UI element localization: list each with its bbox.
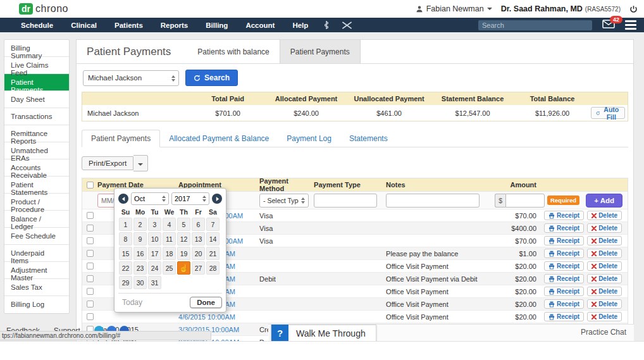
calendar-day-28[interactable]: 28 — [206, 261, 220, 275]
appointment-link[interactable]: 4/6/2015 10:00AM — [178, 313, 235, 321]
sidebar-item-day-sheet[interactable]: Day Sheet — [4, 91, 69, 108]
tab-patients-with-balance[interactable]: Patients with balance — [187, 40, 279, 63]
calendar-day-31[interactable]: 31 — [148, 276, 161, 289]
calendar-day-18[interactable]: 18 — [163, 247, 176, 260]
calendar-day-30[interactable]: 30 — [133, 276, 147, 289]
receipt-button[interactable]: Receipt — [544, 236, 584, 245]
subtab-statements[interactable]: Statements — [340, 130, 397, 147]
calendar-day-25[interactable]: 25 — [163, 261, 176, 275]
delete-button[interactable]: Delete — [587, 299, 622, 309]
next-month-button[interactable] — [212, 194, 222, 204]
calendar-day-10[interactable]: 10 — [148, 232, 161, 245]
walk-me-through-button[interactable]: ? Walk Me Through — [271, 325, 376, 342]
menu-icon[interactable] — [625, 20, 636, 30]
calendar-day-5[interactable]: 5 — [177, 218, 190, 231]
row-checkbox[interactable] — [87, 237, 94, 244]
row-checkbox[interactable] — [87, 288, 94, 295]
drchrono-logo[interactable]: dr chrono — [19, 3, 68, 15]
receipt-button[interactable]: Receipt — [544, 249, 584, 258]
patient-combobox[interactable] — [83, 70, 179, 86]
prev-month-button[interactable] — [118, 194, 128, 204]
row-checkbox[interactable] — [87, 225, 94, 232]
row-checkbox[interactable] — [87, 313, 94, 320]
calendar-day-1[interactable]: 1 — [119, 218, 132, 231]
sidebar-item-billing-log[interactable]: Billing Log — [4, 296, 69, 313]
calendar-day-27[interactable]: 27 — [192, 261, 205, 275]
sidebar-item-patient-payments[interactable]: Patient Payments — [4, 74, 69, 91]
year-select[interactable]: 2017 — [171, 192, 209, 205]
calendar-day-29[interactable]: 29 — [119, 276, 132, 289]
crossed-scalpels-icon[interactable] — [342, 21, 352, 30]
calendar-day-26-selected[interactable]: ☝ — [177, 261, 190, 275]
calendar-day-22[interactable]: 22 — [119, 261, 132, 275]
search-input[interactable] — [478, 20, 592, 30]
nav-clinical[interactable]: Clinical — [63, 22, 105, 29]
row-checkbox[interactable] — [87, 250, 94, 257]
sidebar-item-balance-ledger[interactable]: Balance / Ledger — [4, 211, 69, 228]
calendar-day-21[interactable]: 21 — [206, 247, 220, 260]
sidebar-item-live-claims-feed[interactable]: Live Claims Feed — [4, 57, 69, 74]
calendar-day-4[interactable]: 4 — [163, 218, 176, 231]
sidebar-item-transactions[interactable]: Transactions — [4, 108, 69, 125]
subtab-payment-log[interactable]: Payment Log — [278, 130, 340, 147]
done-button[interactable]: Done — [190, 297, 222, 308]
add-payment-button[interactable]: + Add — [586, 194, 622, 208]
print-export-button[interactable]: Print/Export — [82, 156, 133, 170]
subtab-patient-payments[interactable]: Patient Payments — [82, 130, 160, 147]
calendar-day-6[interactable]: 6 — [192, 218, 205, 231]
calendar-day-12[interactable]: 12 — [177, 232, 190, 245]
delete-button[interactable]: Delete — [587, 274, 622, 283]
calendar-day-3[interactable]: 3 — [148, 218, 161, 231]
delete-button[interactable]: Delete — [587, 236, 622, 245]
nav-patients[interactable]: Patients — [106, 22, 151, 29]
calendar-day-23[interactable]: 23 — [133, 261, 147, 275]
calendar-day-24[interactable]: 24 — [148, 261, 161, 275]
row-checkbox[interactable] — [87, 275, 94, 282]
calendar-day-13[interactable]: 13 — [192, 232, 205, 245]
delete-button[interactable]: Delete — [587, 211, 622, 220]
patient-search-input[interactable] — [83, 70, 179, 86]
sidebar-item-billing-summary[interactable]: Billing Summary — [4, 40, 69, 57]
receipt-button[interactable]: Receipt — [544, 211, 584, 220]
tab-patient-payments[interactable]: Patient Payments — [280, 40, 361, 63]
row-checkbox[interactable] — [87, 263, 94, 270]
sidebar-item-sales-tax[interactable]: Sales Tax — [4, 279, 69, 296]
row-checkbox[interactable] — [87, 301, 94, 307]
delete-button[interactable]: Delete — [587, 287, 622, 296]
caduceus-icon[interactable] — [323, 20, 330, 30]
calendar-day-20[interactable]: 20 — [192, 247, 205, 260]
receipt-button[interactable]: Receipt — [544, 223, 584, 233]
calendar-day-7[interactable]: 7 — [206, 218, 220, 231]
receipt-button[interactable]: Receipt — [544, 274, 584, 283]
user-menu[interactable]: Fabian Newman — [416, 4, 492, 13]
subtab-allocated-payment-balance[interactable]: Allocated Payment & Balance — [160, 130, 278, 147]
practice-chat-button[interactable]: Practice Chat — [581, 328, 626, 337]
calendar-day-2[interactable]: 2 — [133, 218, 147, 231]
delete-button[interactable]: Delete — [587, 261, 622, 271]
calendar-day-19[interactable]: 19 — [177, 247, 190, 260]
print-export-dropdown[interactable] — [133, 155, 148, 171]
receipt-button[interactable]: Receipt — [544, 312, 584, 321]
sidebar-item-fee-schedule[interactable]: Fee Schedule — [4, 228, 69, 245]
sidebar-item-remittance-reports[interactable]: Remittance Reports — [4, 125, 69, 142]
receipt-button[interactable]: Receipt — [544, 299, 584, 309]
messages-button[interactable]: 42 — [602, 20, 615, 31]
calendar-day-8[interactable]: 8 — [119, 232, 132, 245]
nav-help[interactable]: Help — [284, 22, 316, 29]
search-button[interactable]: Search — [185, 70, 238, 86]
notes-input[interactable] — [386, 194, 480, 208]
calendar-day-17[interactable]: 17 — [148, 247, 161, 260]
nav-account[interactable]: Account — [237, 22, 283, 29]
sidebar-item-patient-statements[interactable]: Patient Statements — [4, 177, 69, 194]
delete-button[interactable]: Delete — [587, 223, 622, 233]
calendar-day-16[interactable]: 16 — [133, 247, 147, 260]
nav-reports[interactable]: Reports — [152, 22, 196, 29]
payment-method-select[interactable]: - Select Type — [259, 194, 309, 208]
sidebar-item-adjustment-master[interactable]: Adjustment Master — [4, 262, 69, 279]
delete-button[interactable]: Delete — [587, 249, 622, 258]
power-icon[interactable] — [629, 5, 638, 13]
nav-schedule[interactable]: Schedule — [13, 22, 61, 29]
sidebar-item-accounts-receivable[interactable]: Accounts Receivable — [4, 159, 69, 177]
row-checkbox[interactable] — [87, 212, 94, 219]
select-all-checkbox[interactable] — [87, 182, 94, 189]
